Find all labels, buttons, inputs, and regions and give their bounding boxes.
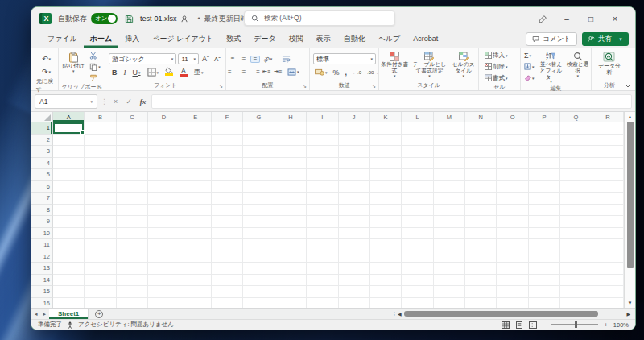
row-header-3[interactable]: 3	[31, 146, 53, 158]
cell-L13[interactable]	[402, 263, 433, 275]
cell-C6[interactable]	[117, 181, 148, 193]
cell-M11[interactable]	[434, 239, 465, 251]
cell-P10[interactable]	[529, 228, 560, 240]
column-header-O[interactable]: O	[497, 112, 528, 122]
column-header-M[interactable]: M	[434, 112, 465, 122]
orientation-button[interactable]: ab▾	[262, 54, 274, 64]
cell-G14[interactable]	[243, 275, 275, 287]
accessibility-status[interactable]: アクセシビリティ: 問題ありません	[78, 321, 174, 329]
cell-Q2[interactable]	[560, 135, 592, 147]
cell-G9[interactable]	[243, 216, 275, 228]
undo-button[interactable]: ↶▾	[40, 54, 52, 64]
cell-C12[interactable]	[117, 251, 148, 263]
cell-L5[interactable]	[402, 169, 433, 181]
cell-P15[interactable]	[529, 286, 560, 298]
format-painter-icon[interactable]	[88, 73, 102, 83]
scroll-up-icon[interactable]: ▲	[628, 114, 633, 120]
cell-K8[interactable]	[370, 205, 402, 217]
scroll-down-icon[interactable]: ▼	[628, 300, 633, 306]
insert-cells-button[interactable]: 挿入▾	[483, 50, 518, 60]
cell-E1[interactable]	[180, 122, 212, 135]
cell-J2[interactable]	[339, 135, 370, 147]
column-header-N[interactable]: N	[465, 112, 497, 122]
cell-F15[interactable]	[212, 286, 243, 298]
decrease-indent-button[interactable]: ⇤≡	[262, 68, 271, 75]
cell-P4[interactable]	[529, 158, 560, 170]
cell-M8[interactable]	[434, 205, 465, 217]
cell-J6[interactable]	[339, 181, 370, 193]
cell-E16[interactable]	[180, 298, 212, 309]
cell-H8[interactable]	[275, 205, 307, 217]
cell-E14[interactable]	[180, 275, 212, 287]
formula-input[interactable]	[151, 94, 632, 109]
page-break-view-button[interactable]	[529, 321, 537, 329]
cell-R7[interactable]	[592, 193, 624, 205]
grow-font-button[interactable]: Aˆ	[200, 54, 211, 64]
cell-P3[interactable]	[529, 146, 560, 158]
cell-G3[interactable]	[243, 146, 275, 158]
tab-挿入[interactable]: 挿入	[118, 30, 146, 48]
cell-D8[interactable]	[148, 205, 180, 217]
cell-O2[interactable]	[497, 135, 528, 147]
cell-M6[interactable]	[434, 181, 465, 193]
cell-G11[interactable]	[243, 239, 275, 251]
cell-G4[interactable]	[243, 158, 275, 170]
cell-H15[interactable]	[275, 286, 307, 298]
column-header-A[interactable]: A	[53, 112, 85, 122]
cell-D2[interactable]	[148, 135, 180, 147]
merge-center-button[interactable]: ▾	[286, 67, 301, 77]
cell-D9[interactable]	[148, 216, 180, 228]
cell-A1[interactable]	[53, 122, 85, 135]
cell-P9[interactable]	[529, 216, 560, 228]
cell-Q14[interactable]	[560, 275, 592, 287]
maximize-button[interactable]: □	[579, 9, 603, 28]
normal-view-button[interactable]	[502, 321, 510, 329]
cell-B7[interactable]	[85, 193, 116, 205]
cell-M3[interactable]	[434, 146, 465, 158]
cell-Q9[interactable]	[560, 216, 592, 228]
align-center-button[interactable]: ≡	[239, 68, 249, 76]
cell-L16[interactable]	[402, 298, 433, 309]
cell-C3[interactable]	[117, 146, 148, 158]
cell-O8[interactable]	[497, 205, 528, 217]
cell-A2[interactable]	[53, 135, 85, 147]
cell-J8[interactable]	[339, 205, 370, 217]
cell-J5[interactable]	[339, 169, 370, 181]
cell-M9[interactable]	[434, 216, 465, 228]
cell-F13[interactable]	[212, 263, 243, 275]
cell-P7[interactable]	[529, 193, 560, 205]
cell-H5[interactable]	[275, 169, 307, 181]
cell-G13[interactable]	[243, 263, 275, 275]
cell-E3[interactable]	[180, 146, 212, 158]
cell-D16[interactable]	[148, 298, 180, 309]
row-header-4[interactable]: 4	[31, 158, 53, 170]
cell-A6[interactable]	[53, 181, 85, 193]
row-header-10[interactable]: 10	[31, 228, 53, 240]
select-all-corner[interactable]	[31, 112, 53, 122]
cell-I10[interactable]	[307, 228, 338, 240]
cell-N13[interactable]	[465, 263, 497, 275]
cell-K13[interactable]	[370, 263, 402, 275]
cell-D13[interactable]	[148, 263, 180, 275]
tab-ページ レイアウト[interactable]: ページ レイアウト	[146, 30, 220, 48]
cell-A4[interactable]	[53, 158, 85, 170]
zoom-slider-thumb[interactable]	[575, 321, 577, 328]
cell-Q13[interactable]	[560, 263, 592, 275]
cell-R5[interactable]	[592, 169, 624, 181]
cell-L14[interactable]	[402, 275, 433, 287]
bold-button[interactable]: B	[110, 67, 119, 77]
phonetic-guide-button[interactable]: 亜▾	[192, 67, 205, 77]
cell-P12[interactable]	[529, 251, 560, 263]
wrap-text-button[interactable]	[280, 54, 292, 64]
cell-A11[interactable]	[53, 239, 85, 251]
cell-O16[interactable]	[497, 298, 528, 309]
cell-K1[interactable]	[370, 122, 402, 135]
cell-O14[interactable]	[497, 275, 528, 287]
save-icon[interactable]	[125, 15, 134, 23]
cell-C2[interactable]	[117, 135, 148, 147]
name-box[interactable]: A1▾	[35, 94, 97, 109]
font-name-select[interactable]: 游ゴシック▾	[109, 53, 176, 64]
zoom-slider[interactable]	[551, 324, 598, 325]
cell-R9[interactable]	[592, 216, 624, 228]
insert-function-icon[interactable]: fx	[138, 97, 149, 106]
